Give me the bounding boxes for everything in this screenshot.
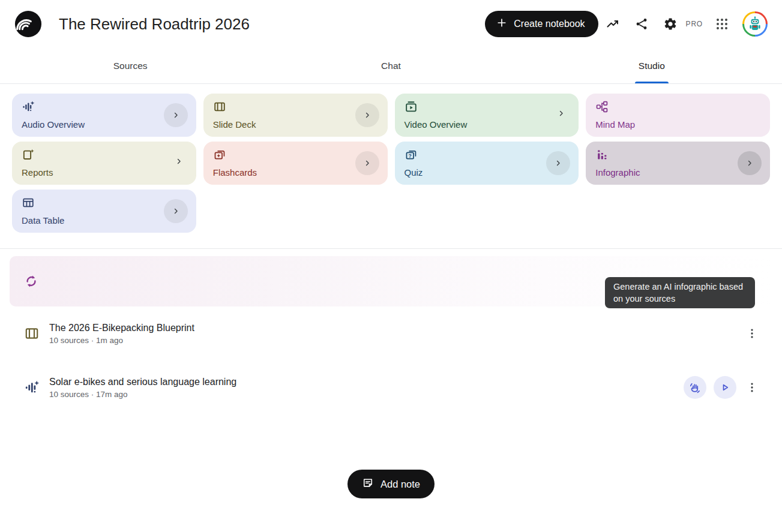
plus-icon (496, 17, 508, 31)
card-label: Infographic (595, 167, 760, 178)
mind-map-icon (595, 100, 760, 113)
app-header: The Rewired Roadtrip 2026 Create noteboo… (0, 0, 782, 48)
create-notebook-button[interactable]: Create notebook (485, 11, 598, 37)
create-notebook-label: Create notebook (514, 19, 585, 29)
studio-card-reports[interactable]: Reports (12, 142, 196, 185)
analytics-trending-up-icon[interactable] (598, 10, 627, 38)
studio-cards-grid: Audio OverviewSlide DeckVideo OverviewMi… (12, 94, 770, 233)
panel-tabs: SourcesChatStudio (0, 48, 782, 84)
card-label: Reports (22, 167, 187, 178)
artifact-texts: The 2026 E-Bikepacking Blueprint10 sourc… (49, 323, 194, 345)
tab-label: Chat (381, 61, 401, 71)
note-icon (362, 477, 374, 491)
artifact-actions (744, 322, 760, 345)
studio-card-video-overview[interactable]: Video Overview (395, 94, 579, 137)
artifact-subtitle: 10 sources · 17m ago (49, 390, 236, 399)
studio-card-flashcards[interactable]: Flashcards (203, 142, 388, 185)
tab-studio[interactable]: Studio (522, 48, 782, 83)
add-note-button[interactable]: Add note (347, 470, 435, 498)
chevron-right-icon[interactable] (355, 151, 379, 175)
more-options-button[interactable] (744, 322, 760, 345)
settings-gear-icon[interactable] (656, 10, 685, 38)
chevron-right-icon[interactable] (546, 151, 570, 175)
audio-waveform-sparkle-icon (24, 380, 40, 395)
chevron-right-icon[interactable] (557, 109, 565, 120)
tab-label: Studio (639, 61, 665, 71)
studio-card-audio-overview[interactable]: Audio Overview (12, 94, 196, 137)
robot-avatar-image (744, 13, 766, 35)
artifact-title: Solar e-bikes and serious language learn… (49, 377, 236, 387)
active-tab-underline (635, 82, 669, 83)
infographic-icon (595, 148, 760, 161)
card-label: Mind Map (595, 119, 760, 130)
interactive-mode-button[interactable] (684, 376, 706, 399)
play-audio-button[interactable] (714, 376, 736, 399)
add-note-label: Add note (380, 479, 420, 490)
chevron-right-icon[interactable] (164, 103, 188, 127)
studio-card-mind-map[interactable]: Mind Map (586, 94, 770, 137)
card-label: Data Table (22, 215, 187, 226)
tab-sources[interactable]: Sources (0, 48, 260, 83)
card-label: Flashcards (213, 167, 378, 178)
apps-grid-icon[interactable] (708, 10, 736, 38)
studio-card-infographic[interactable]: Infographic (586, 142, 770, 185)
video-overview-icon (405, 100, 570, 113)
sync-arrows-icon (24, 274, 38, 288)
notebook-title[interactable]: The Rewired Roadtrip 2026 (59, 15, 250, 34)
studio-cards-section: Audio OverviewSlide DeckVideo OverviewMi… (0, 84, 782, 248)
infographic-tooltip: Generate an AI infographic based on your… (605, 277, 755, 308)
more-options-button[interactable] (744, 376, 760, 399)
artifact-row-the-2026-e-bikepacking-blueprint[interactable]: The 2026 E-Bikepacking Blueprint10 sourc… (0, 306, 782, 360)
tab-chat[interactable]: Chat (260, 48, 521, 83)
chevron-right-icon[interactable] (355, 103, 379, 127)
audio-waveform-sparkle-icon (22, 100, 187, 113)
reports-icon (22, 148, 187, 161)
share-icon[interactable] (627, 10, 656, 38)
pro-badge: PRO (685, 20, 708, 28)
chevron-right-icon[interactable] (164, 199, 188, 223)
studio-card-quiz[interactable]: ?Quiz (395, 142, 579, 185)
artifact-texts: Solar e-bikes and serious language learn… (49, 377, 236, 399)
studio-card-slide-deck[interactable]: Slide Deck (203, 94, 388, 137)
chevron-right-icon[interactable] (738, 151, 762, 175)
section-divider (0, 248, 782, 249)
studio-card-data-table[interactable]: Data Table (12, 190, 196, 233)
artifact-title: The 2026 E-Bikepacking Blueprint (49, 323, 194, 333)
artifact-subtitle: 10 sources · 1m ago (49, 336, 194, 345)
user-avatar[interactable] (742, 11, 768, 37)
artifact-row-solar-e-bikes-and-serious-language-learning[interactable]: Solar e-bikes and serious language learn… (0, 360, 782, 414)
notebooklm-logo-icon[interactable] (14, 10, 42, 38)
chevron-right-icon[interactable] (175, 157, 183, 168)
card-label: Audio Overview (22, 119, 187, 130)
svg-text:?: ? (408, 153, 411, 159)
flashcards-icon (213, 148, 378, 161)
card-label: Slide Deck (213, 119, 378, 130)
slide-deck-icon (213, 100, 378, 113)
artifact-actions (684, 376, 760, 399)
tab-label: Sources (113, 61, 148, 71)
data-table-icon (22, 196, 187, 209)
slide-deck-icon (24, 326, 40, 341)
card-label: Quiz (405, 167, 570, 178)
card-label: Video Overview (405, 119, 570, 130)
quiz-icon: ? (405, 148, 570, 161)
